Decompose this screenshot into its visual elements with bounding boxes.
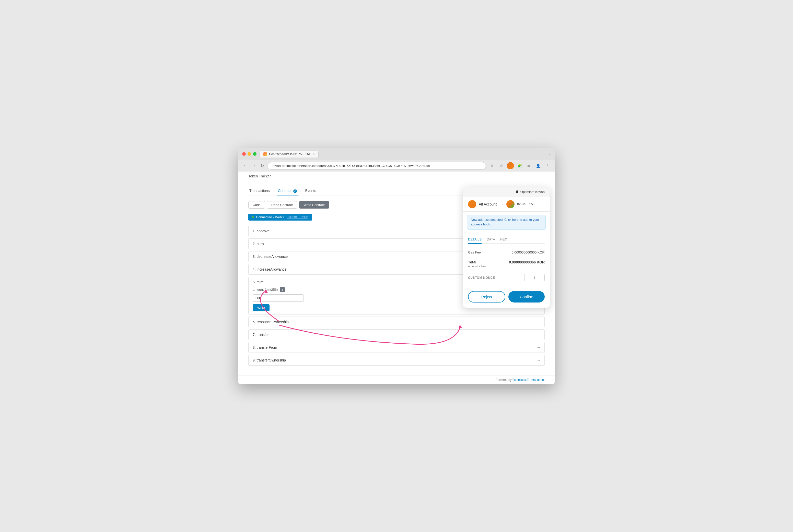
chevron-right-icon: →: [537, 332, 540, 337]
read-contract-button[interactable]: Read Contract: [267, 201, 297, 209]
chevron-right-icon: →: [537, 358, 540, 362]
menu-icon[interactable]: ⋮: [543, 162, 551, 169]
popup-body: DETAILS DATA HEX Gas Fee 0.000000000000 …: [463, 233, 550, 287]
tab-contract[interactable]: Contract ✓: [277, 186, 298, 196]
network-dot: [516, 190, 518, 193]
reject-button[interactable]: Reject: [468, 291, 505, 303]
puzzle-icon[interactable]: 🧩: [516, 162, 523, 169]
contract-item-transfer[interactable]: 7. transfer →: [248, 329, 545, 340]
page-content: Token Tracker. Transactions Contract ✓ E…: [238, 172, 555, 384]
traffic-lights: [242, 152, 257, 156]
tab-bar: Contract Address 0x375F01b1 ✕ +: [260, 151, 545, 157]
connected-dot: [252, 216, 254, 218]
metamask-icon[interactable]: [507, 162, 514, 169]
verified-badge: ✓: [293, 189, 297, 193]
gas-fee-value: 0.000000000000 KOR: [512, 250, 545, 254]
popup-account-row: Alt Account → 0x375...1f73: [463, 197, 550, 212]
popup-tab-details[interactable]: DETAILS: [468, 235, 482, 244]
total-sub-label: Amount + fees: [468, 265, 545, 268]
contract-item-renounce-ownership[interactable]: 6. renounceOwnership →: [248, 317, 545, 327]
tab-transactions[interactable]: Transactions: [248, 186, 271, 196]
breadcrumb-text: Token Tracker.: [248, 174, 272, 178]
network-label: Optimism Kovan: [520, 190, 545, 194]
contract-item-transfer-from[interactable]: 8. transferFrom →: [248, 342, 545, 353]
sidebar-icon[interactable]: ▭: [525, 162, 532, 169]
amount-input[interactable]: [253, 294, 304, 302]
account-name: Alt Account: [479, 202, 497, 206]
tab-favicon: [263, 152, 267, 156]
total-value: 0.000000000366 KOR: [509, 260, 545, 264]
minimize-traffic-light[interactable]: [247, 152, 251, 156]
nonce-row: CUSTOM NONCE: [468, 271, 545, 284]
from-account-avatar: [468, 200, 476, 208]
address-input[interactable]: [268, 162, 486, 170]
popup-notice[interactable]: New address detected! Click here to add …: [467, 215, 546, 230]
write-contract-button[interactable]: Write Contract: [299, 201, 329, 209]
to-contract-avatar: [506, 200, 515, 208]
nonce-label: CUSTOM NONCE: [468, 276, 495, 280]
contract-addr-label: 0x375...1f73: [517, 202, 535, 206]
popup-network-header: Optimism Kovan: [463, 187, 550, 197]
bookmark-icon[interactable]: ☆: [498, 162, 505, 169]
tab-title: Contract Address 0x375F01b1: [269, 152, 310, 156]
active-tab[interactable]: Contract Address 0x375F01b1 ✕: [260, 151, 318, 157]
connected-badge: Connected - Web3 [0xB3f0....C33f]: [248, 214, 312, 221]
toolbar-icons: ⬆ ☆ 🧩 ▭ 👤 ⋮: [488, 162, 551, 169]
forward-button[interactable]: →: [251, 163, 257, 169]
share-icon[interactable]: ⬆: [488, 162, 496, 169]
profile-icon[interactable]: 👤: [534, 162, 541, 169]
popup-tab-data[interactable]: DATA: [487, 235, 495, 244]
connected-address[interactable]: [0xB3f0....C33f]: [285, 215, 309, 219]
page-breadcrumb: Token Tracker.: [238, 172, 555, 181]
gas-fee-row: Gas Fee 0.000000000000 KOR: [468, 248, 545, 257]
connected-text: Connected - Web3: [256, 215, 283, 219]
window-controls: ⌄: [548, 152, 551, 156]
maximize-traffic-light[interactable]: [253, 152, 257, 156]
popup-tab-hex[interactable]: HEX: [500, 235, 507, 244]
popup-tabs: DETAILS DATA HEX: [468, 235, 545, 244]
write-button[interactable]: Write: [253, 304, 270, 311]
powered-by-footer: Powered by Optimistic.Etherscan.io.: [238, 375, 555, 384]
refresh-button[interactable]: ↻: [260, 163, 265, 169]
close-traffic-light[interactable]: [242, 152, 246, 156]
new-tab-button[interactable]: +: [319, 151, 327, 157]
tab-events[interactable]: Events: [304, 186, 317, 196]
total-label: Total: [468, 260, 476, 264]
contract-item-transfer-ownership[interactable]: 9. transferOwnership →: [248, 355, 545, 365]
account-arrow-icon: →: [499, 202, 504, 207]
title-bar: Contract Address 0x375F01b1 ✕ + ⌄: [238, 148, 555, 160]
metamask-popup: Optimism Kovan Alt Account → 0x375...1f7…: [463, 187, 550, 308]
code-button[interactable]: Code: [248, 201, 265, 209]
total-row: Total 0.000000000366 KOR Amount + fees: [468, 257, 545, 271]
tab-close-icon[interactable]: ✕: [312, 152, 315, 156]
plus-button[interactable]: +: [280, 287, 285, 292]
optimistic-etherscan-link[interactable]: Optimistic.Etherscan.io.: [513, 378, 545, 382]
nonce-input[interactable]: [524, 274, 545, 281]
gas-fee-label: Gas Fee: [468, 250, 481, 254]
chevron-right-icon: →: [537, 345, 540, 349]
chevron-right-icon: →: [537, 320, 540, 324]
popup-footer: Reject Confirm: [463, 287, 550, 308]
confirm-button[interactable]: Confirm: [509, 291, 545, 303]
back-button[interactable]: ←: [242, 163, 248, 169]
browser-window: Contract Address 0x375F01b1 ✕ + ⌄ ← → ↻ …: [238, 148, 555, 384]
address-bar: ← → ↻ ⬆ ☆ 🧩 ▭ 👤 ⋮: [238, 160, 555, 172]
